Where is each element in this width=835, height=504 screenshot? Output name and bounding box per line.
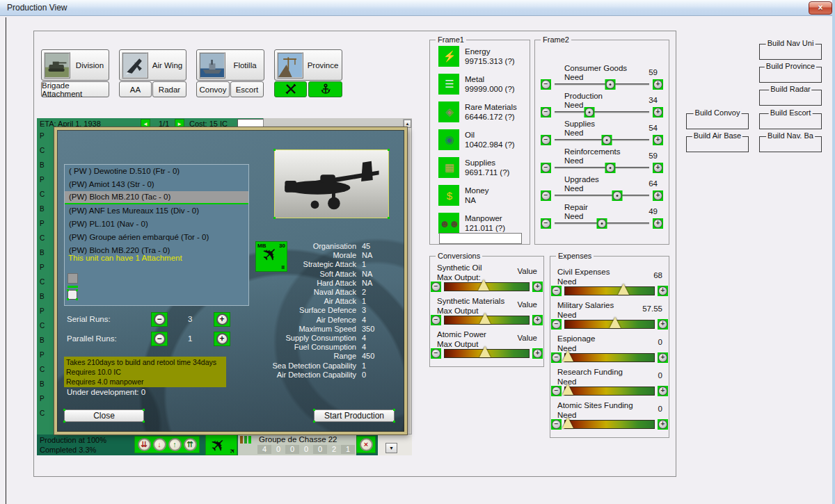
decrease-button[interactable]: − [551, 286, 562, 296]
air-wing-button[interactable]: Air Wing [119, 49, 186, 81]
queue-row-fragment: C [40, 409, 45, 417]
stat-row: Surface Defence 3 [161, 306, 401, 315]
decrease-button[interactable]: − [541, 135, 551, 145]
build-nav-base-button[interactable]: Build Nav. Ba [759, 136, 822, 152]
model-list-item[interactable]: (PW) PL.101 (Nav - 0) [65, 218, 248, 231]
need-value: 59 [649, 68, 658, 76]
expenses-sliders: Civil Expenses Need 68 − + Military Sala… [550, 268, 669, 434]
build-port-icon-button[interactable] [308, 81, 342, 97]
need-value: 59 [649, 152, 658, 160]
decrease-button[interactable]: − [551, 419, 562, 430]
slider-thumb[interactable] [597, 218, 607, 229]
need-slider-row: SuppliesNeed 54 − + [535, 120, 669, 147]
slider-thumb[interactable] [610, 317, 621, 328]
increase-button[interactable]: + [658, 419, 668, 430]
increase-button[interactable]: + [658, 286, 668, 296]
increase-button[interactable]: + [532, 282, 543, 292]
decrease-button[interactable]: − [551, 319, 562, 330]
slider-thumb[interactable] [612, 190, 622, 201]
decrease-button[interactable]: − [541, 190, 551, 201]
increase-button[interactable]: + [653, 218, 663, 229]
decrease-button[interactable]: − [541, 107, 551, 117]
slider-thumb[interactable] [601, 135, 612, 145]
resource-name: Energy [465, 47, 490, 56]
build-airbase-icon-button[interactable] [274, 81, 307, 97]
radar-button[interactable]: Radar [152, 81, 186, 97]
resource-value: 9691.711 (?) [465, 168, 509, 177]
increase-button[interactable]: + [532, 348, 543, 359]
division-button[interactable]: Division [41, 49, 109, 81]
model-list-item[interactable]: (PW) Bloch MB.210 (Tac - 0) [65, 191, 248, 204]
slider-thumb[interactable] [605, 79, 616, 90]
cancel-icon[interactable]: × [360, 438, 373, 451]
build-nav-uni-button[interactable]: Build Nav Uni [759, 44, 822, 60]
squadron-entry[interactable]: Groupe de Chasse 22 4000021 [238, 434, 356, 455]
attachment-slot-filled[interactable] [67, 273, 78, 284]
decrease-button[interactable]: − [551, 386, 562, 396]
stat-row: Soft Attack NA [161, 270, 401, 279]
convoy-button[interactable]: Convoy [196, 81, 230, 97]
move-up-icon[interactable]: ↑ [168, 438, 182, 451]
expense-sublabel: Need [557, 311, 577, 319]
aa-button[interactable]: AA [119, 81, 152, 97]
window-close-button[interactable]: × [809, 1, 832, 15]
decrease-button[interactable]: − [541, 79, 551, 90]
brigade-attachment-button[interactable]: Brigade Attachment [41, 81, 109, 97]
slider-thumb[interactable] [605, 163, 616, 173]
increase-button[interactable]: + [653, 190, 663, 201]
resources-list: ⚡ Energy 99715.313 (?) ☰ Metal 99999.000… [438, 46, 527, 238]
expense-name: Espionage [557, 334, 595, 343]
decrease-button[interactable]: − [541, 163, 551, 173]
slider-thumb[interactable] [584, 107, 595, 117]
expense-name: Atomic Sites Funding [557, 401, 633, 409]
province-button[interactable]: Province [274, 49, 342, 81]
slider-thumb[interactable] [479, 313, 491, 324]
stat-row: Naval Attack 2 [161, 288, 401, 297]
increase-button[interactable]: + [658, 352, 668, 363]
decrease-button[interactable]: − [551, 352, 562, 363]
decrease-button[interactable]: − [431, 348, 441, 359]
decrease-button[interactable]: − [431, 315, 441, 325]
count-cell: 4 [257, 445, 271, 454]
stat-row: Morale NA [161, 251, 401, 260]
queue-row-fragment: C [40, 147, 45, 154]
build-escort-button[interactable]: Build Escort [759, 113, 822, 129]
build-radar-button[interactable]: Build Radar [759, 90, 822, 106]
increase-button[interactable]: + [653, 163, 663, 173]
move-bottom-icon[interactable]: ⇊ [138, 438, 151, 451]
slider-thumb[interactable] [562, 384, 573, 395]
slider-thumb[interactable] [478, 279, 489, 291]
queue-order-buttons: ⇊↓↑⇈ [134, 436, 200, 453]
escort-button[interactable]: Escort [230, 81, 264, 97]
increase-button[interactable]: + [532, 315, 543, 325]
decrease-button[interactable]: − [541, 218, 551, 229]
increase-button[interactable]: + [653, 79, 663, 90]
slider-thumb[interactable] [562, 417, 573, 428]
build-convoy-button[interactable]: Build Convoy [686, 113, 749, 129]
stat-value: 4 [362, 343, 366, 352]
decrease-button[interactable]: − [431, 282, 441, 292]
start-production-button[interactable]: Start Production [314, 409, 395, 422]
move-down-icon[interactable]: ↓ [153, 438, 166, 451]
model-list-item[interactable]: ( PW ) Dewotine D.510 (Ftr - 0) [65, 165, 248, 178]
increase-button[interactable]: + [653, 135, 663, 145]
flotilla-button[interactable]: Flotilla [196, 49, 264, 81]
build-air-base-button[interactable]: Build Air Base [686, 136, 749, 152]
slider-rail [555, 222, 649, 225]
increase-button[interactable]: + [653, 107, 663, 117]
slider-thumb[interactable] [562, 350, 573, 361]
move-top-icon[interactable]: ⇈ [184, 438, 197, 451]
increase-button[interactable]: + [658, 319, 668, 330]
slider-thumb[interactable] [479, 346, 491, 357]
resource-text: Oil 10402.984 (?) [465, 129, 515, 154]
close-button[interactable]: Close [64, 409, 144, 422]
slider-thumb[interactable] [618, 284, 629, 295]
model-list-item[interactable]: (PW) ANF Les Mureaux 115 (Div - 0) [65, 204, 248, 218]
scroll-down-icon[interactable]: ▼ [385, 443, 397, 453]
model-list-item[interactable]: (PW) Amiot 143 (Str - 0) [65, 178, 248, 191]
attachment-slot-empty[interactable] [67, 290, 77, 300]
build-province-button[interactable]: Build Province [759, 67, 822, 83]
resources-frame: Frame1 ⚡ Energy 99715.313 (?) ☰ Metal 99… [429, 40, 530, 245]
increase-button[interactable]: + [658, 386, 668, 396]
resource-input[interactable] [439, 233, 522, 244]
